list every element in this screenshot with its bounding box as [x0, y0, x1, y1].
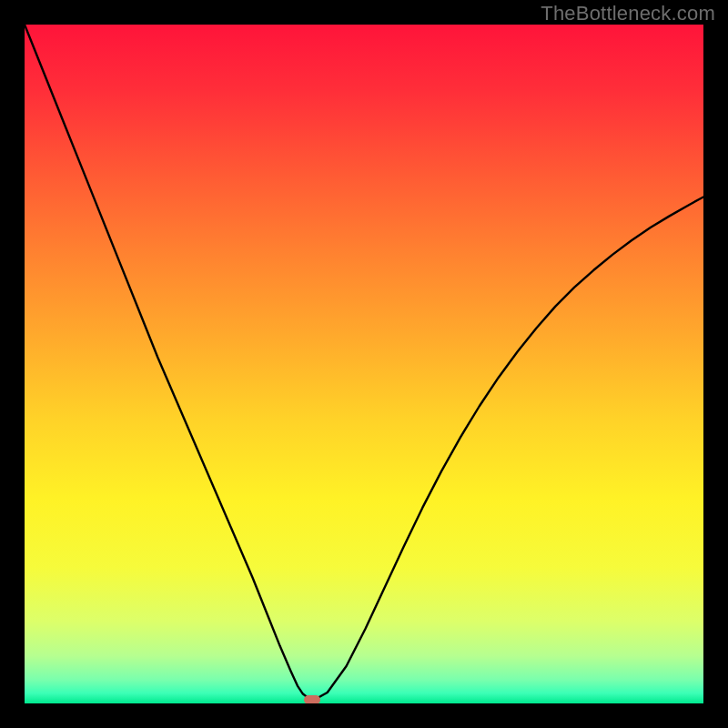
watermark-text: TheBottleneck.com	[541, 2, 715, 25]
plot-area	[25, 25, 703, 703]
chart-frame: TheBottleneck.com	[0, 0, 728, 728]
svg-rect-0	[25, 25, 703, 703]
plot-background-gradient	[25, 25, 703, 703]
optimal-point-marker	[304, 695, 320, 703]
